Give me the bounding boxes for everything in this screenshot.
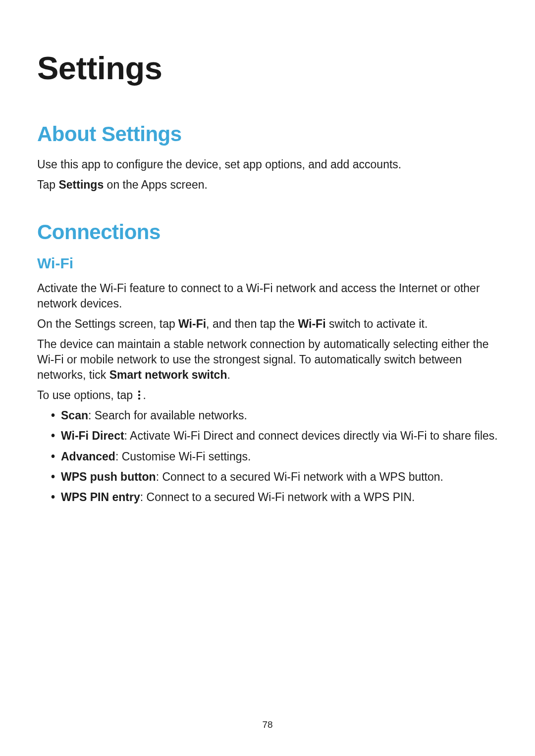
connections-section: Connections Wi-Fi Activate the Wi-Fi fea…: [37, 220, 498, 505]
page-number: 78: [0, 719, 535, 730]
document-page: Settings About Settings Use this app to …: [0, 0, 535, 505]
about-para-1: Use this app to configure the device, se…: [37, 157, 498, 172]
option-desc: : Activate Wi-Fi Direct and connect devi…: [124, 429, 498, 442]
text-segment: on the Apps screen.: [104, 178, 208, 191]
option-name-wps-push: WPS push button: [61, 470, 156, 483]
text-segment: .: [227, 368, 230, 381]
option-desc: : Search for available networks.: [88, 409, 247, 422]
bold-wifi-2: Wi-Fi: [298, 317, 326, 330]
text-segment: .: [143, 389, 146, 402]
option-desc: : Connect to a secured Wi-Fi network wit…: [156, 470, 443, 483]
text-segment: , and then tap the: [206, 317, 298, 330]
wifi-para-2: On the Settings screen, tap Wi-Fi, and t…: [37, 316, 498, 332]
about-section: About Settings Use this app to configure…: [37, 122, 498, 193]
bold-smart-network: Smart network switch: [109, 368, 227, 381]
option-desc: : Connect to a secured Wi-Fi network wit…: [140, 491, 415, 504]
list-item: Wi-Fi Direct: Activate Wi-Fi Direct and …: [51, 428, 498, 444]
option-name-scan: Scan: [61, 409, 88, 422]
wifi-para-1: Activate the Wi-Fi feature to connect to…: [37, 281, 498, 311]
chapter-title: Settings: [37, 50, 498, 87]
connections-heading: Connections: [37, 220, 498, 244]
wifi-para-4: To use options, tap .: [37, 388, 498, 403]
option-desc: : Customise Wi-Fi settings.: [115, 450, 251, 463]
text-segment: On the Settings screen, tap: [37, 317, 178, 330]
bold-settings: Settings: [58, 178, 104, 191]
svg-point-0: [138, 391, 140, 393]
svg-point-1: [138, 394, 140, 396]
option-name-wifi-direct: Wi-Fi Direct: [61, 429, 124, 442]
option-name-advanced: Advanced: [61, 450, 115, 463]
about-para-2: Tap Settings on the Apps screen.: [37, 177, 498, 193]
text-segment: switch to activate it.: [326, 317, 428, 330]
svg-point-2: [138, 398, 140, 400]
text-segment: To use options, tap: [37, 389, 136, 402]
text-segment: Tap: [37, 178, 58, 191]
list-item: Scan: Search for available networks.: [51, 408, 498, 423]
list-item: Advanced: Customise Wi-Fi settings.: [51, 449, 498, 464]
list-item: WPS PIN entry: Connect to a secured Wi-F…: [51, 490, 498, 505]
text-segment: The device can maintain a stable network…: [37, 338, 489, 381]
wifi-heading: Wi-Fi: [37, 255, 498, 272]
list-item: WPS push button: Connect to a secured Wi…: [51, 469, 498, 485]
wifi-para-3: The device can maintain a stable network…: [37, 337, 498, 383]
option-name-wps-pin: WPS PIN entry: [61, 491, 140, 504]
about-heading: About Settings: [37, 122, 498, 146]
bold-wifi-1: Wi-Fi: [178, 317, 206, 330]
more-options-icon: [137, 390, 142, 400]
wifi-options-list: Scan: Search for available networks. Wi-…: [37, 408, 498, 504]
